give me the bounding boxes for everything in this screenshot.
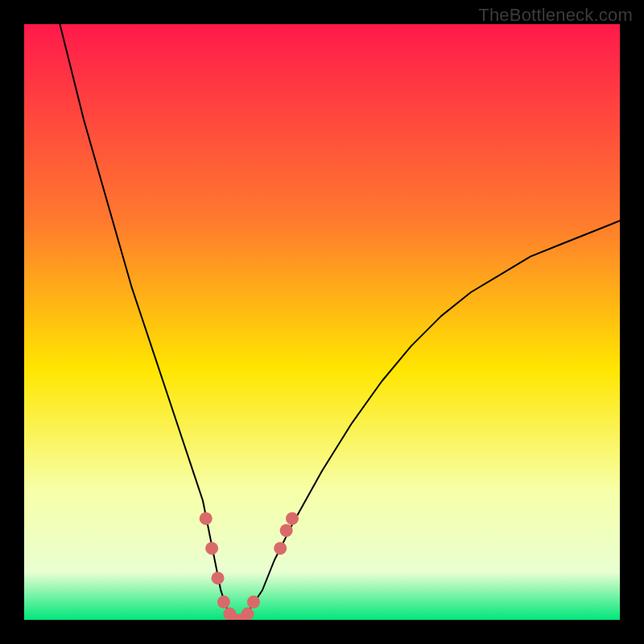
highlight-point xyxy=(242,608,254,620)
chart-plot-area xyxy=(24,24,620,620)
highlight-point xyxy=(274,542,287,555)
chart-svg xyxy=(24,24,620,620)
highlight-point xyxy=(280,524,293,537)
highlight-point xyxy=(217,596,230,609)
highlight-point xyxy=(212,572,225,584)
highlight-point xyxy=(286,512,299,525)
highlight-point xyxy=(247,596,260,609)
highlight-point xyxy=(205,542,218,555)
watermark-text: TheBottleneck.com xyxy=(478,5,633,26)
chart-background xyxy=(24,24,620,620)
highlight-point xyxy=(200,512,213,525)
